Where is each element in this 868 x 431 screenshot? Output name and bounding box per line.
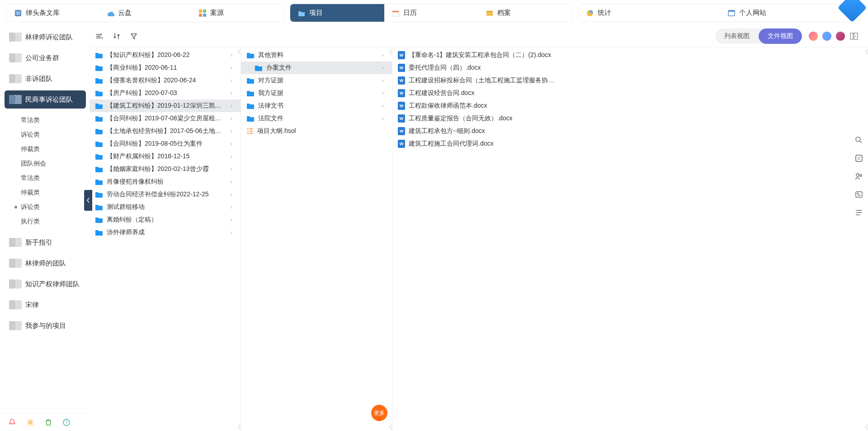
- svg-rect-5: [203, 14, 206, 17]
- library-icon: W: [14, 9, 22, 17]
- layout-grid-icon[interactable]: [849, 31, 859, 41]
- nav-label: 档案: [497, 9, 511, 17]
- nav-label: 个人网站: [739, 9, 766, 17]
- viewbar-right: [808, 31, 862, 41]
- svg-point-18: [855, 36, 856, 37]
- svg-rect-12: [728, 10, 735, 12]
- team-card[interactable]: 林律师诉讼团队: [5, 28, 86, 44]
- nav-source[interactable]: 案源: [191, 4, 283, 22]
- cloud-icon: [106, 9, 114, 17]
- top-nav: W律头条文库 云盘 案源 项目 日历 档案 统计 个人网站: [0, 0, 868, 25]
- grid-color-icon: [198, 9, 207, 17]
- nav-group-1: W律头条文库 云盘 案源: [6, 4, 284, 22]
- sort-icon[interactable]: [112, 32, 121, 41]
- team-label: 林律师诉讼团队: [25, 33, 73, 42]
- list-view-btn[interactable]: 列表视图: [715, 28, 759, 44]
- archive-icon: [486, 9, 494, 17]
- svg-rect-16: [850, 33, 853, 39]
- view-toolbar: 列表视图 文件视图: [0, 25, 868, 44]
- team-avatar-icon: [9, 33, 22, 42]
- nav-group-3: 统计 个人网站: [578, 4, 862, 22]
- nav-library[interactable]: W律头条文库: [7, 4, 99, 22]
- avatar-3[interactable]: [835, 31, 845, 41]
- nav-label: 案源: [210, 9, 224, 17]
- nav-calendar[interactable]: 日历: [384, 4, 478, 22]
- svg-point-13: [101, 34, 102, 35]
- view-switch: 列表视图 文件视图: [715, 28, 802, 44]
- nav-stats[interactable]: 统计: [579, 4, 720, 22]
- nav-cloud[interactable]: 云盘: [99, 4, 191, 22]
- calendar-icon: [392, 9, 400, 17]
- settings-icon[interactable]: [95, 32, 104, 41]
- svg-rect-4: [199, 14, 202, 17]
- sidebar: 林律师诉讼团队公司业务群非诉团队民商事诉讼团队常法类诉讼类仲裁类团队例会常法类仲…: [0, 26, 90, 44]
- nav-archive[interactable]: 档案: [478, 4, 572, 22]
- svg-rect-7: [392, 11, 399, 12]
- nav-group-2: 项目 日历 档案: [290, 4, 573, 22]
- svg-rect-2: [199, 9, 202, 13]
- avatar-1[interactable]: [808, 31, 818, 41]
- svg-point-14: [98, 36, 99, 37]
- nav-label: 日历: [403, 9, 417, 17]
- nav-label: 云盘: [118, 9, 132, 17]
- svg-rect-3: [203, 9, 206, 13]
- svg-text:W: W: [16, 11, 20, 16]
- folder-icon: [297, 9, 306, 17]
- nav-project[interactable]: 项目: [290, 4, 384, 22]
- pie-icon: [586, 9, 594, 17]
- site-icon: [727, 9, 736, 17]
- filter-icon[interactable]: [129, 32, 138, 41]
- toolbar-tools: [95, 32, 138, 41]
- nav-label: 统计: [598, 9, 611, 17]
- file-view-btn[interactable]: 文件视图: [759, 28, 802, 44]
- nav-label: 律头条文库: [26, 9, 60, 17]
- nav-label: 项目: [309, 9, 323, 17]
- avatar-2[interactable]: [822, 31, 832, 41]
- svg-rect-9: [486, 11, 493, 12]
- svg-point-15: [102, 38, 103, 39]
